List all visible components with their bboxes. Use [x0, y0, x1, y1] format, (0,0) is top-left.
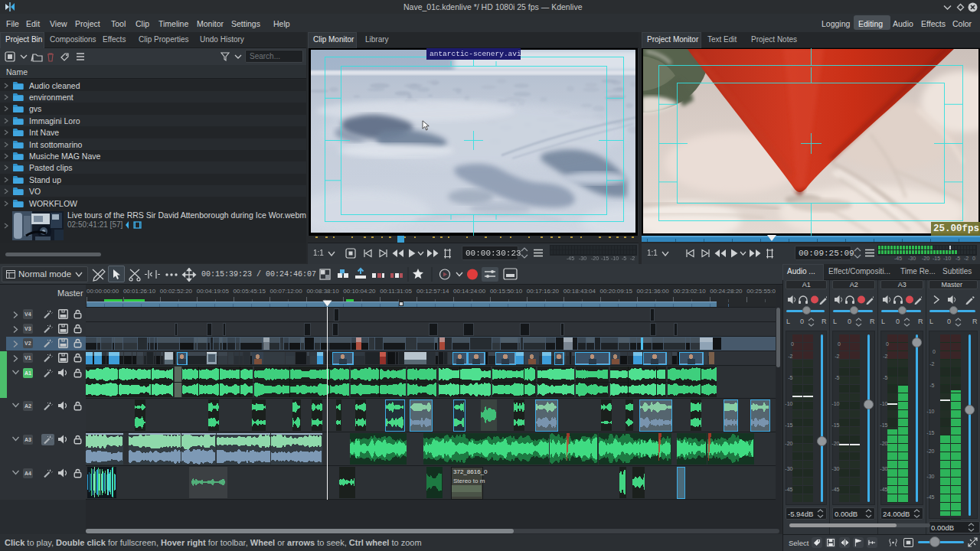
svg-text:372_8616_0: 372_8616_0	[453, 468, 488, 475]
svg-text:Stereo to m: Stereo to m	[453, 478, 485, 484]
